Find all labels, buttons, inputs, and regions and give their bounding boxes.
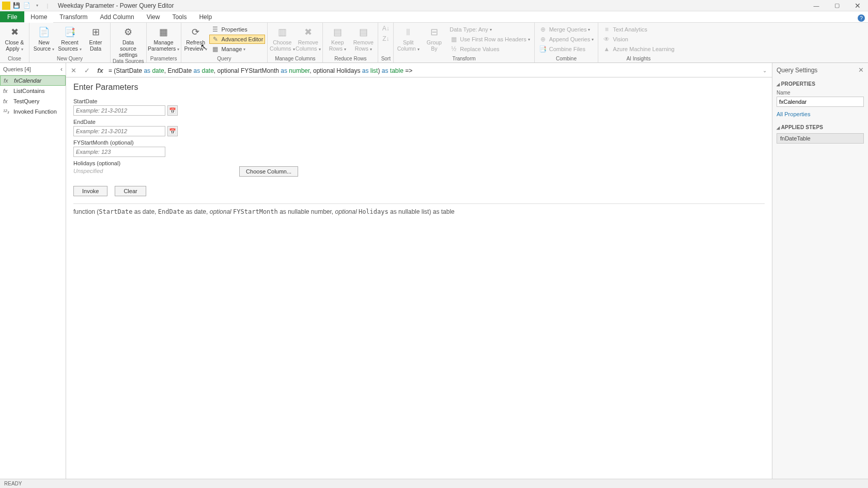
first-row-headers-button: ▦Use First Row as Headers▾ bbox=[447, 35, 532, 44]
startdate-picker-button[interactable]: 📅 bbox=[167, 105, 178, 116]
qat-dropdown-icon[interactable]: ▾ bbox=[33, 2, 41, 10]
group-label-manage-columns: Manage Columns bbox=[270, 55, 320, 62]
tab-add-column[interactable]: Add Column bbox=[94, 11, 141, 22]
cancel-formula-button[interactable]: ✕ bbox=[68, 66, 79, 76]
param-holidays: Holidays (optional) Unspecified Choose C… bbox=[73, 160, 765, 177]
close-apply-button[interactable]: ✖ Close &Apply▾ bbox=[2, 24, 27, 52]
choose-columns-label: ChooseColumns▾ bbox=[270, 39, 295, 52]
tab-tools[interactable]: Tools bbox=[166, 11, 193, 22]
group-label-reduce-rows: Reduce Rows bbox=[325, 55, 376, 62]
group-by-icon: ⊟ bbox=[428, 26, 440, 38]
first-row-headers-icon: ▦ bbox=[450, 35, 458, 43]
enddate-picker-button[interactable]: 📅 bbox=[167, 126, 178, 136]
all-properties-link[interactable]: All Properties bbox=[777, 111, 864, 117]
function-icon: fx bbox=[3, 88, 10, 94]
group-label-sort: Sort bbox=[380, 55, 391, 62]
manage-button[interactable]: ▦Manage▾ bbox=[209, 44, 266, 54]
data-type-label: Data Type: Any bbox=[450, 26, 488, 33]
group-label-ai-insights: AI Insights bbox=[600, 55, 676, 62]
ribbon: ✖ Close &Apply▾ Close 📄NewSource▾ 📑Recen… bbox=[0, 23, 868, 63]
applied-steps-section-header[interactable]: APPLIED STEPS bbox=[777, 124, 864, 130]
applied-step-fndatetable[interactable]: fnDateTable bbox=[777, 133, 864, 144]
query-item-fxcalendar[interactable]: fx fxCalendar bbox=[0, 75, 66, 86]
center-panel: ✕ ✓ fx = (StartDate as date, EndDate as … bbox=[66, 63, 772, 479]
divider-icon: | bbox=[43, 2, 52, 10]
query-name-input[interactable] bbox=[777, 97, 864, 107]
recent-sources-button[interactable]: 📑RecentSources▾ bbox=[57, 24, 82, 52]
tab-view[interactable]: View bbox=[141, 11, 166, 22]
replace-values-icon: ½ bbox=[450, 45, 458, 53]
group-label-new-query: New Query bbox=[32, 55, 108, 62]
azure-ml-button: ▲Azure Machine Learning bbox=[600, 44, 676, 54]
help-icon[interactable]: ? bbox=[858, 14, 865, 22]
minimize-button[interactable]: — bbox=[806, 0, 827, 11]
window-title: Weekday Parameter - Power Query Editor bbox=[58, 2, 174, 9]
remove-rows-label: RemoveRows▾ bbox=[353, 39, 374, 52]
table-icon: ¹²₃ bbox=[3, 108, 10, 115]
tab-file[interactable]: File bbox=[0, 11, 24, 22]
tab-home[interactable]: Home bbox=[24, 12, 53, 23]
queries-header[interactable]: Queries [4] ‹ bbox=[0, 63, 66, 75]
manage-parameters-button[interactable]: ▦ManageParameters▾ bbox=[149, 24, 179, 52]
enddate-input[interactable] bbox=[73, 126, 165, 136]
query-item-label: fxCalendar bbox=[14, 77, 41, 84]
text-analytics-icon: ≡ bbox=[602, 25, 611, 34]
group-by-label: GroupBy bbox=[427, 39, 442, 52]
ribbon-group-sort: A↓ Z↓ Sort bbox=[378, 23, 394, 62]
advanced-editor-label: Advanced Editor bbox=[222, 36, 264, 42]
enter-data-button[interactable]: ⊞EnterData bbox=[83, 24, 108, 52]
query-item-invoked-function[interactable]: ¹²₃ Invoked Function bbox=[0, 106, 66, 117]
close-button[interactable]: ✕ bbox=[847, 0, 868, 11]
collapse-icon[interactable]: ‹ bbox=[60, 66, 63, 73]
maximize-button[interactable]: ▢ bbox=[827, 0, 847, 11]
group-label-query: Query bbox=[183, 55, 266, 62]
remove-columns-icon: ✖ bbox=[302, 26, 314, 38]
expand-formula-button[interactable]: ⌄ bbox=[760, 68, 770, 73]
ribbon-group-data-sources: ⚙Data sourcesettings Data Sources bbox=[111, 23, 147, 62]
fystartmonth-input[interactable] bbox=[73, 147, 165, 157]
query-item-label: Invoked Function bbox=[13, 108, 57, 115]
remove-rows-button: ▤RemoveRows▾ bbox=[351, 24, 376, 52]
recent-sources-icon: 📑 bbox=[64, 26, 76, 38]
text-analytics-button: ≡Text Analytics bbox=[600, 25, 676, 34]
query-item-listcontains[interactable]: fx ListContains bbox=[0, 86, 66, 96]
properties-icon: ☰ bbox=[211, 25, 220, 34]
app-icon bbox=[2, 2, 10, 10]
manage-icon: ▦ bbox=[211, 45, 220, 53]
accept-formula-button[interactable]: ✓ bbox=[82, 66, 92, 76]
combine-files-button: 📑Combine Files bbox=[537, 44, 596, 54]
replace-values-label: Replace Values bbox=[460, 46, 499, 52]
formula-bar: ✕ ✓ fx = (StartDate as date, EndDate as … bbox=[66, 64, 772, 77]
tab-transform[interactable]: Transform bbox=[53, 11, 94, 22]
new-source-button[interactable]: 📄NewSource▾ bbox=[32, 24, 56, 52]
query-item-testquery[interactable]: fx TestQuery bbox=[0, 96, 66, 106]
data-source-settings-button[interactable]: ⚙Data sourcesettings bbox=[113, 24, 144, 58]
vision-button: 👁Vision bbox=[600, 35, 676, 44]
startdate-input[interactable] bbox=[73, 105, 165, 116]
first-row-headers-label: Use First Row as Headers bbox=[460, 36, 526, 42]
properties-section-header[interactable]: PROPERTIES bbox=[777, 81, 864, 87]
invoke-button[interactable]: Invoke bbox=[73, 186, 107, 196]
fx-icon[interactable]: fx bbox=[95, 66, 105, 76]
close-apply-icon: ✖ bbox=[8, 26, 21, 38]
function-icon: fx bbox=[4, 77, 11, 84]
ribbon-group-new-query: 📄NewSource▾ 📑RecentSources▾ ⊞EnterData N… bbox=[29, 23, 111, 62]
query-settings-close-button[interactable]: ✕ bbox=[858, 66, 864, 74]
ribbon-group-transform: ⫴SplitColumn▾ ⊟GroupBy Data Type: Any▾ ▦… bbox=[394, 23, 534, 62]
refresh-preview-button[interactable]: ⟳RefreshPreview▾ bbox=[183, 24, 208, 52]
advanced-editor-button[interactable]: ✎Advanced Editor bbox=[209, 35, 266, 44]
close-apply-label: Close &Apply▾ bbox=[5, 39, 24, 52]
replace-values-button: ½Replace Values bbox=[447, 44, 532, 54]
group-label-close: Close bbox=[2, 55, 27, 62]
properties-button[interactable]: ☰Properties bbox=[209, 25, 266, 34]
keep-rows-icon: ▤ bbox=[331, 26, 344, 38]
sort-asc-icon: A↓ bbox=[382, 24, 390, 33]
param-label-enddate: EndDate bbox=[73, 119, 765, 125]
clear-button[interactable]: Clear bbox=[115, 186, 146, 196]
undo-icon[interactable]: 📄 bbox=[23, 2, 31, 10]
save-icon[interactable]: 💾 bbox=[12, 2, 21, 10]
formula-text[interactable]: = (StartDate as date, EndDate as date, o… bbox=[109, 67, 756, 74]
tab-help[interactable]: Help bbox=[193, 11, 218, 22]
name-label: Name bbox=[777, 90, 864, 96]
choose-column-button[interactable]: Choose Column... bbox=[239, 166, 298, 177]
